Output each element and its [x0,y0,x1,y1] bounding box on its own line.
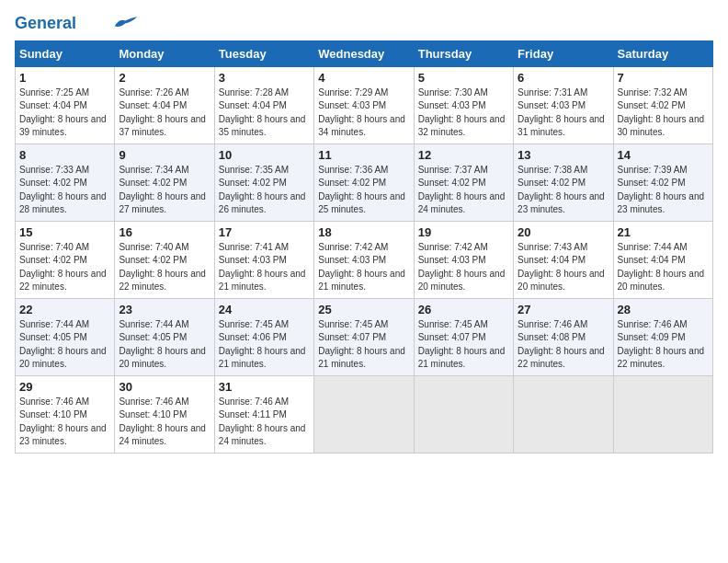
sunset-label: Sunset: 4:04 PM [19,100,87,110]
daylight-label: Daylight: 8 hours and 23 minutes. [618,191,705,215]
day-info: Sunrise: 7:31 AM Sunset: 4:03 PM Dayligh… [518,86,609,140]
sunrise-label: Sunrise: 7:41 AM [219,242,289,252]
calendar-cell: 28 Sunrise: 7:46 AM Sunset: 4:09 PM Dayl… [613,298,712,375]
sunrise-label: Sunrise: 7:43 AM [518,242,587,252]
day-info: Sunrise: 7:40 AM Sunset: 4:02 PM Dayligh… [19,241,110,294]
sunset-label: Sunset: 4:08 PM [518,332,586,342]
sunset-label: Sunset: 4:02 PM [318,178,386,188]
sunrise-label: Sunrise: 7:33 AM [19,165,89,175]
day-number: 23 [119,303,210,316]
calendar-cell: 10 Sunrise: 7:35 AM Sunset: 4:02 PM Dayl… [214,144,313,221]
daylight-label: Daylight: 8 hours and 21 minutes. [219,346,306,370]
sunrise-label: Sunrise: 7:36 AM [318,165,388,175]
calendar-cell: 23 Sunrise: 7:44 AM Sunset: 4:05 PM Dayl… [115,298,214,375]
day-info: Sunrise: 7:41 AM Sunset: 4:03 PM Dayligh… [219,241,310,294]
sunset-label: Sunset: 4:04 PM [618,255,686,265]
day-info: Sunrise: 7:33 AM Sunset: 4:02 PM Dayligh… [19,164,110,217]
daylight-label: Daylight: 8 hours and 34 minutes. [318,114,405,138]
day-number: 21 [618,225,709,239]
sunset-label: Sunset: 4:02 PM [19,255,87,265]
sunset-label: Sunset: 4:02 PM [119,178,187,188]
day-number: 1 [19,71,110,85]
calendar-cell: 20 Sunrise: 7:43 AM Sunset: 4:04 PM Dayl… [514,221,613,298]
daylight-label: Daylight: 8 hours and 24 minutes. [418,191,506,215]
sunrise-label: Sunrise: 7:38 AM [518,165,587,175]
calendar-cell: 13 Sunrise: 7:38 AM Sunset: 4:02 PM Dayl… [514,144,613,221]
calendar-cell: 11 Sunrise: 7:36 AM Sunset: 4:02 PM Dayl… [314,144,414,221]
day-number: 28 [618,303,709,316]
day-number: 24 [219,303,310,316]
calendar-week-row: 15 Sunrise: 7:40 AM Sunset: 4:02 PM Dayl… [16,221,713,298]
day-number: 14 [618,148,709,162]
daylight-label: Daylight: 8 hours and 32 minutes. [418,114,506,138]
calendar-week-row: 8 Sunrise: 7:33 AM Sunset: 4:02 PM Dayli… [16,144,713,221]
daylight-label: Daylight: 8 hours and 21 minutes. [418,346,506,370]
calendar-cell: 25 Sunrise: 7:45 AM Sunset: 4:07 PM Dayl… [314,298,414,375]
sunrise-label: Sunrise: 7:46 AM [119,396,188,407]
day-number: 11 [318,148,409,162]
logo: General [15,15,139,31]
calendar-cell [514,375,613,453]
calendar-cell: 9 Sunrise: 7:34 AM Sunset: 4:02 PM Dayli… [115,144,214,221]
day-number: 7 [618,71,709,85]
col-header-tuesday: Tuesday [214,40,313,66]
day-number: 10 [219,148,310,162]
page-header: General [15,15,713,31]
col-header-sunday: Sunday [16,40,115,66]
daylight-label: Daylight: 8 hours and 27 minutes. [119,191,206,215]
day-number: 18 [318,225,409,239]
logo-general: General [15,14,76,32]
day-number: 13 [518,148,609,162]
day-number: 20 [518,225,609,239]
sunset-label: Sunset: 4:07 PM [318,332,386,342]
day-number: 8 [19,148,110,162]
day-info: Sunrise: 7:43 AM Sunset: 4:04 PM Dayligh… [518,241,609,294]
daylight-label: Daylight: 8 hours and 24 minutes. [219,423,306,447]
sunset-label: Sunset: 4:11 PM [219,409,287,419]
calendar-cell: 29 Sunrise: 7:46 AM Sunset: 4:10 PM Dayl… [16,375,115,453]
daylight-label: Daylight: 8 hours and 21 minutes. [318,269,405,293]
sunrise-label: Sunrise: 7:31 AM [518,87,587,98]
day-number: 26 [418,303,509,316]
col-header-thursday: Thursday [414,40,513,66]
sunset-label: Sunset: 4:02 PM [219,178,287,188]
daylight-label: Daylight: 8 hours and 22 minutes. [119,269,206,293]
sunset-label: Sunset: 4:04 PM [119,100,187,110]
calendar-cell: 22 Sunrise: 7:44 AM Sunset: 4:05 PM Dayl… [16,298,115,375]
calendar-cell: 30 Sunrise: 7:46 AM Sunset: 4:10 PM Dayl… [115,375,214,453]
day-info: Sunrise: 7:44 AM Sunset: 4:05 PM Dayligh… [119,318,210,372]
sunset-label: Sunset: 4:03 PM [219,255,287,265]
daylight-label: Daylight: 8 hours and 21 minutes. [219,269,306,293]
sunset-label: Sunset: 4:05 PM [119,332,187,342]
sunrise-label: Sunrise: 7:35 AM [219,165,289,175]
day-info: Sunrise: 7:45 AM Sunset: 4:07 PM Dayligh… [318,318,409,372]
day-info: Sunrise: 7:46 AM Sunset: 4:08 PM Dayligh… [518,318,609,372]
sunrise-label: Sunrise: 7:32 AM [618,87,688,98]
sunset-label: Sunset: 4:09 PM [618,332,686,342]
day-number: 2 [119,71,210,85]
calendar-cell: 26 Sunrise: 7:45 AM Sunset: 4:07 PM Dayl… [414,298,513,375]
sunrise-label: Sunrise: 7:34 AM [119,165,188,175]
calendar-cell: 18 Sunrise: 7:42 AM Sunset: 4:03 PM Dayl… [314,221,414,298]
day-number: 17 [219,225,310,239]
daylight-label: Daylight: 8 hours and 20 minutes. [19,346,107,370]
day-info: Sunrise: 7:37 AM Sunset: 4:02 PM Dayligh… [418,164,509,217]
day-info: Sunrise: 7:45 AM Sunset: 4:07 PM Dayligh… [418,318,509,372]
calendar-cell: 16 Sunrise: 7:40 AM Sunset: 4:02 PM Dayl… [115,221,214,298]
sunrise-label: Sunrise: 7:39 AM [618,165,688,175]
sunset-label: Sunset: 4:07 PM [418,332,486,342]
sunrise-label: Sunrise: 7:46 AM [19,396,89,407]
calendar-cell: 21 Sunrise: 7:44 AM Sunset: 4:04 PM Dayl… [613,221,712,298]
sunrise-label: Sunrise: 7:42 AM [418,242,488,252]
day-info: Sunrise: 7:46 AM Sunset: 4:10 PM Dayligh… [19,396,110,449]
sunrise-label: Sunrise: 7:44 AM [618,242,688,252]
calendar-cell: 4 Sunrise: 7:29 AM Sunset: 4:03 PM Dayli… [314,66,414,144]
day-info: Sunrise: 7:36 AM Sunset: 4:02 PM Dayligh… [318,164,409,217]
calendar-cell: 14 Sunrise: 7:39 AM Sunset: 4:02 PM Dayl… [613,144,712,221]
day-info: Sunrise: 7:29 AM Sunset: 4:03 PM Dayligh… [318,86,409,140]
calendar-cell [314,375,414,453]
calendar-cell: 6 Sunrise: 7:31 AM Sunset: 4:03 PM Dayli… [514,66,613,144]
day-info: Sunrise: 7:40 AM Sunset: 4:02 PM Dayligh… [119,241,210,294]
sunset-label: Sunset: 4:04 PM [518,255,586,265]
daylight-label: Daylight: 8 hours and 20 minutes. [518,269,605,293]
